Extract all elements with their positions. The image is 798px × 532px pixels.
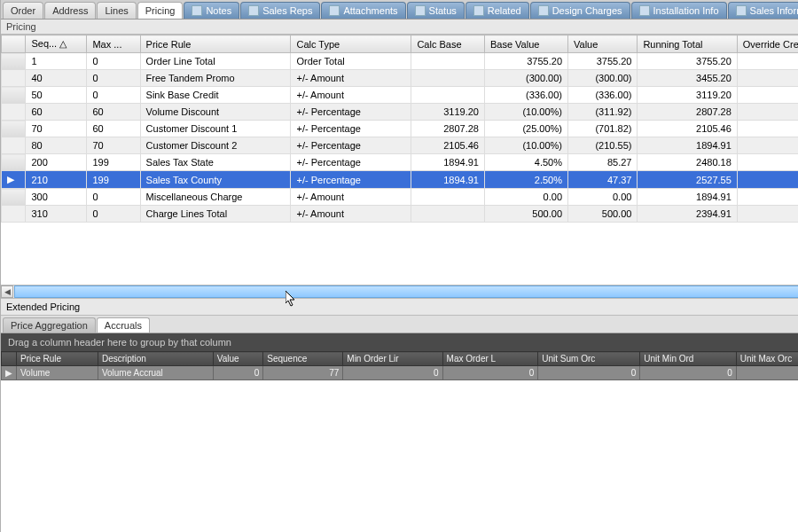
- tab-doc-icon: [639, 5, 650, 16]
- tab-design-charges[interactable]: Design Charges: [530, 2, 630, 19]
- pricing-section-label: Pricing: [1, 20, 798, 35]
- tab-label: Related: [488, 5, 521, 16]
- scroll-track[interactable]: [14, 286, 798, 298]
- col-header[interactable]: Calc Base: [411, 35, 485, 53]
- group-by-bar[interactable]: Drag a column header here to group by th…: [1, 333, 798, 351]
- subtab-price-aggregation[interactable]: Price Aggregation: [3, 317, 96, 332]
- col-header[interactable]: Unit Min Ord: [640, 352, 737, 366]
- row-handle[interactable]: [2, 206, 26, 223]
- table-row[interactable]: 3100Charge Lines Total+/- Amount500.0050…: [2, 206, 799, 223]
- table-row[interactable]: 400Free Tandem Promo+/- Amount(300.00)(3…: [2, 70, 799, 87]
- col-header[interactable]: Value: [213, 352, 262, 366]
- tab-doc-icon: [473, 5, 484, 16]
- tab-label: Status: [429, 5, 457, 16]
- row-handle[interactable]: [2, 189, 26, 206]
- tab-label: Sales Information: [750, 5, 798, 16]
- tab-pricing[interactable]: Pricing: [137, 2, 184, 19]
- row-handle[interactable]: [2, 137, 26, 154]
- row-handle[interactable]: [2, 53, 26, 70]
- subtab-accruals[interactable]: Accruals: [97, 317, 150, 332]
- table-row[interactable]: 200199Sales Tax State+/- Percentage1894.…: [2, 154, 799, 171]
- col-header[interactable]: Seq... △: [26, 35, 87, 53]
- subtab-bar: Price AggregationAccruals: [1, 316, 798, 333]
- col-header[interactable]: Unit Max Orc: [736, 352, 798, 366]
- pricing-grid[interactable]: Seq... △Max ...Price RuleCalc TypeCalc B…: [1, 35, 798, 223]
- col-header[interactable]: Override Cre...: [737, 35, 798, 53]
- tab-label: Attachments: [343, 5, 397, 16]
- tab-installation-info[interactable]: Installation Info: [631, 2, 727, 19]
- row-handle[interactable]: [2, 87, 26, 104]
- scroll-left-icon[interactable]: ◀: [1, 286, 13, 298]
- table-row[interactable]: 7060Customer Discount 1+/- Percentage280…: [2, 121, 799, 137]
- tab-notes[interactable]: Notes: [184, 2, 239, 19]
- h-scrollbar[interactable]: ◀ ▶: [1, 285, 798, 299]
- tab-label: Order: [11, 5, 35, 16]
- col-header[interactable]: Running Total: [638, 35, 737, 53]
- tab-sales-information[interactable]: Sales Information: [728, 2, 798, 19]
- col-header[interactable]: Price Rule: [140, 35, 291, 53]
- col-header[interactable]: Max ...: [87, 35, 140, 53]
- table-row[interactable]: 10Order Line TotalOrder Total3755.203755…: [2, 53, 799, 70]
- col-header[interactable]: Value: [568, 35, 638, 53]
- table-row[interactable]: 3000Miscellaneous Charge+/- Amount0.000.…: [2, 189, 799, 206]
- col-header[interactable]: Price Rule: [17, 352, 98, 366]
- tab-doc-icon: [248, 5, 259, 16]
- tab-label: Pricing: [145, 5, 176, 16]
- accruals-grid[interactable]: Price RuleDescriptionValueSequenceMin Or…: [1, 351, 798, 380]
- row-handle[interactable]: [2, 104, 26, 121]
- row-handle[interactable]: ▶: [2, 171, 26, 189]
- tab-status[interactable]: Status: [407, 2, 465, 19]
- col-header[interactable]: Unit Sum Orc: [538, 352, 640, 366]
- col-header[interactable]: Max Order L: [442, 352, 538, 366]
- col-header[interactable]: Min Order Lir: [343, 352, 442, 366]
- tab-doc-icon: [329, 5, 340, 16]
- tab-attachments[interactable]: Attachments: [321, 2, 405, 19]
- tab-doc-icon: [415, 5, 426, 16]
- tab-doc-icon: [736, 5, 747, 16]
- row-handle[interactable]: ▶: [2, 366, 17, 380]
- table-row[interactable]: ▶VolumeVolume Accrual07700000: [2, 366, 799, 380]
- tab-label: Sales Reps: [262, 5, 312, 16]
- col-header[interactable]: Description: [98, 352, 213, 366]
- tab-label: Lines: [105, 5, 128, 16]
- col-header[interactable]: Sequence: [263, 352, 343, 366]
- tab-address[interactable]: Address: [44, 2, 96, 19]
- row-handle[interactable]: [2, 154, 26, 171]
- table-row[interactable]: 500Sink Base Credit+/- Amount(336.00)(33…: [2, 87, 799, 104]
- main-panel: OrderAddressLinesPricingNotesSales RepsA…: [1, 0, 798, 532]
- col-header[interactable]: Calc Type: [291, 35, 411, 53]
- tab-sales-reps[interactable]: Sales Reps: [240, 2, 320, 19]
- tab-order[interactable]: Order: [3, 2, 43, 19]
- table-row[interactable]: 6060Volume Discount+/- Percentage3119.20…: [2, 104, 799, 121]
- pricing-grid-wrap: Seq... △Max ...Price RuleCalc TypeCalc B…: [1, 35, 798, 223]
- table-row[interactable]: ▶210199Sales Tax County+/- Percentage189…: [2, 171, 799, 189]
- tab-doc-icon: [538, 5, 549, 16]
- tab-doc-icon: [192, 5, 202, 16]
- tab-label: Address: [52, 5, 88, 16]
- tab-bar: OrderAddressLinesPricingNotesSales RepsA…: [1, 0, 798, 20]
- tab-lines[interactable]: Lines: [97, 2, 136, 19]
- table-row[interactable]: 8070Customer Discount 2+/- Percentage210…: [2, 137, 799, 154]
- tab-label: Design Charges: [552, 5, 622, 16]
- row-handle[interactable]: [2, 70, 26, 87]
- tab-label: Installation Info: [653, 5, 719, 16]
- tab-related[interactable]: Related: [466, 2, 529, 19]
- extended-pricing-label: Extended Pricing: [1, 299, 798, 316]
- col-header[interactable]: Base Value: [484, 35, 567, 53]
- row-handle[interactable]: [2, 121, 26, 137]
- tab-label: Notes: [206, 5, 231, 16]
